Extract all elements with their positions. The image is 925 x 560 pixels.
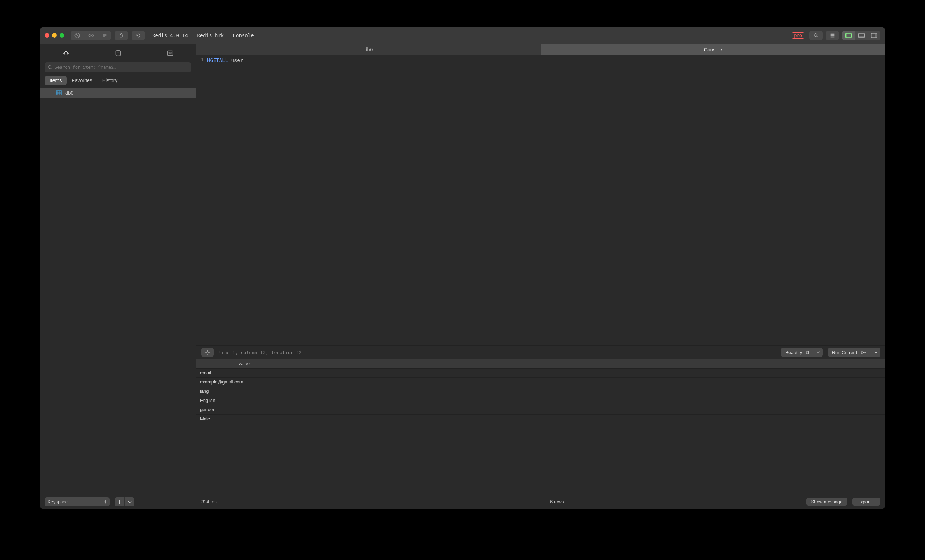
- svg-line-34: [51, 68, 53, 70]
- bottom-bar: 324 ms 6 rows Show message Export…: [196, 494, 885, 509]
- editor-gutter: 1: [196, 55, 206, 345]
- result-cell-blank: [292, 415, 885, 423]
- layout-sidebar-right[interactable]: [868, 31, 880, 40]
- pro-badge: pro: [792, 32, 804, 39]
- tab-console[interactable]: Console: [541, 44, 885, 55]
- sidebar-mode-connections[interactable]: [40, 44, 92, 62]
- layout-segmented: [842, 31, 880, 40]
- lock-button[interactable]: [114, 31, 128, 40]
- svg-point-3: [90, 35, 92, 36]
- beautify-button-group: Beautify ⌘I: [781, 348, 823, 357]
- editor-settings-button[interactable]: [202, 348, 214, 357]
- export-button[interactable]: Export…: [852, 498, 880, 506]
- svg-rect-11: [832, 33, 833, 35]
- tab-history[interactable]: History: [97, 76, 123, 85]
- code-keyword: HGETALL: [207, 57, 228, 63]
- svg-rect-12: [833, 33, 835, 35]
- add-menu-button[interactable]: [125, 497, 134, 506]
- beautify-menu[interactable]: [814, 348, 823, 357]
- layout-sidebar-left[interactable]: [842, 31, 855, 40]
- keyspace-dropdown[interactable]: Keyspace ▲▼: [45, 497, 110, 506]
- search-button[interactable]: [809, 31, 823, 40]
- code-arg: user: [231, 57, 243, 63]
- tab-db0[interactable]: db0: [196, 44, 541, 55]
- text-cursor: [243, 58, 243, 63]
- result-cell: English: [196, 396, 292, 405]
- table-row[interactable]: lang: [196, 387, 885, 396]
- column-header-value[interactable]: value: [196, 359, 292, 368]
- sidebar-item-label: db0: [65, 90, 74, 96]
- result-cell: Male: [196, 415, 292, 423]
- editor-content[interactable]: HGETALL user: [206, 55, 243, 345]
- result-cell-blank: [292, 387, 885, 396]
- beautify-button[interactable]: Beautify ⌘I: [781, 348, 813, 357]
- svg-rect-13: [831, 35, 832, 36]
- run-button-group: Run Current ⌘↩: [828, 348, 880, 357]
- tab-items[interactable]: Items: [45, 76, 67, 85]
- layout-bottom[interactable]: [855, 31, 868, 40]
- close-window-button[interactable]: [45, 33, 49, 38]
- add-item-group: [114, 497, 134, 506]
- line-number: 1: [201, 57, 203, 62]
- minimize-window-button[interactable]: [52, 33, 57, 38]
- grid-button[interactable]: [826, 31, 839, 40]
- svg-point-25: [64, 51, 68, 55]
- sidebar-bottom: Keyspace ▲▼: [40, 494, 196, 509]
- results-body[interactable]: email example@gmail.com lang English gen…: [196, 369, 885, 494]
- svg-rect-24: [875, 33, 877, 38]
- svg-rect-14: [832, 35, 833, 36]
- sidebar-item-db0[interactable]: db0: [40, 88, 196, 98]
- svg-line-9: [817, 36, 818, 37]
- run-button[interactable]: Run Current ⌘↩: [828, 348, 871, 357]
- svg-rect-7: [120, 35, 123, 37]
- result-cell-blank: [292, 396, 885, 405]
- zoom-window-button[interactable]: [60, 33, 64, 38]
- column-header-blank: [292, 359, 885, 368]
- svg-rect-16: [831, 36, 832, 37]
- table-row[interactable]: Male: [196, 415, 885, 424]
- toolbar-seg-1: [71, 31, 111, 40]
- window-title: Redis 4.0.14 : Redis hrk : Console: [152, 33, 788, 38]
- svg-point-33: [48, 66, 51, 69]
- code-editor[interactable]: 1 HGETALL user: [196, 55, 885, 345]
- search-icon: [48, 65, 53, 70]
- table-row[interactable]: gender: [196, 405, 885, 415]
- table-row[interactable]: example@gmail.com: [196, 378, 885, 387]
- result-cell-blank: [292, 405, 885, 414]
- svg-line-1: [76, 34, 79, 37]
- svg-point-8: [814, 33, 817, 36]
- refresh-button[interactable]: [132, 31, 145, 40]
- row-count: 6 rows: [313, 499, 801, 504]
- stop-button[interactable]: [71, 31, 84, 40]
- traffic-lights: [45, 33, 64, 38]
- results-panel: value email example@gmail.com lang Engli…: [196, 359, 885, 494]
- main-tabs: db0 Console: [196, 44, 885, 55]
- svg-rect-18: [833, 36, 835, 37]
- sidebar-mode-database[interactable]: [92, 44, 144, 62]
- result-cell: email: [196, 369, 292, 377]
- table-row[interactable]: email: [196, 369, 885, 378]
- lines-toggle-button[interactable]: [98, 31, 111, 40]
- result-cell-blank: [292, 369, 885, 377]
- table-row[interactable]: English: [196, 396, 885, 405]
- svg-rect-17: [832, 36, 833, 37]
- show-message-button[interactable]: Show message: [806, 498, 848, 506]
- sidebar-tabs: Items Favorites History: [40, 72, 196, 88]
- main-panel: db0 Console 1 HGETALL user line 1, colum…: [196, 44, 885, 509]
- svg-point-30: [116, 51, 120, 53]
- run-menu[interactable]: [871, 348, 880, 357]
- view-toggle-button[interactable]: [84, 31, 98, 40]
- table-icon: [56, 90, 62, 96]
- sidebar: SQL Items Favorites History db0: [40, 44, 196, 509]
- sidebar-mode-sql[interactable]: SQL: [144, 44, 196, 62]
- search-input[interactable]: [54, 65, 188, 70]
- keyspace-label: Keyspace: [48, 499, 68, 504]
- svg-rect-35: [56, 91, 61, 95]
- add-button[interactable]: [114, 497, 125, 506]
- sidebar-search[interactable]: [45, 62, 191, 72]
- result-cell-blank: [292, 378, 885, 387]
- svg-rect-20: [845, 33, 847, 38]
- svg-rect-10: [831, 33, 832, 35]
- tab-favorites[interactable]: Favorites: [67, 76, 97, 85]
- svg-point-42: [207, 351, 208, 353]
